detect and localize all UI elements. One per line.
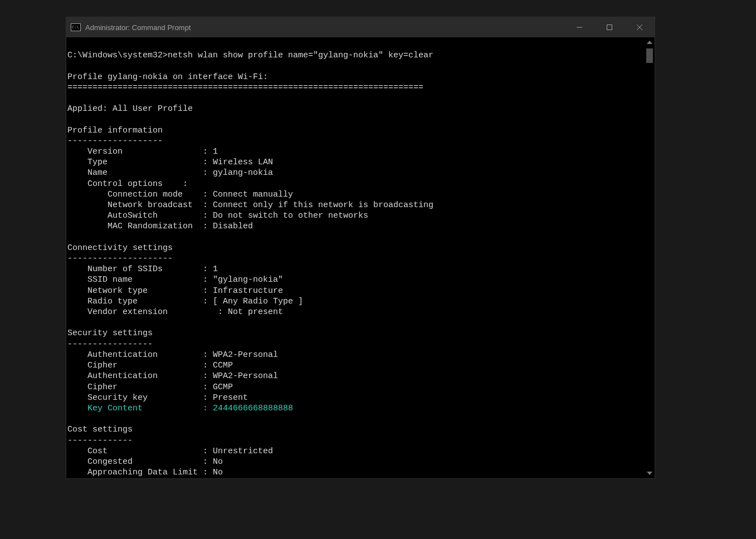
- maximize-button[interactable]: [594, 17, 625, 37]
- window-controls: [564, 17, 655, 37]
- cmd-icon: [71, 23, 81, 31]
- minimize-button[interactable]: [564, 17, 594, 37]
- scroll-up-button[interactable]: [645, 37, 655, 47]
- close-button[interactable]: [625, 17, 655, 37]
- titlebar[interactable]: Administrator: Command Prompt: [66, 17, 655, 37]
- command-prompt-window: Administrator: Command Prompt C:\Windows…: [66, 17, 655, 479]
- window-title: Administrator: Command Prompt: [85, 23, 564, 32]
- scrollbar[interactable]: [645, 37, 655, 478]
- scroll-thumb[interactable]: [646, 48, 653, 63]
- svg-rect-1: [607, 25, 612, 30]
- terminal-body: C:\Windows\system32>netsh wlan show prof…: [66, 37, 655, 478]
- terminal-output[interactable]: C:\Windows\system32>netsh wlan show prof…: [66, 37, 645, 478]
- scroll-down-button[interactable]: [645, 468, 655, 478]
